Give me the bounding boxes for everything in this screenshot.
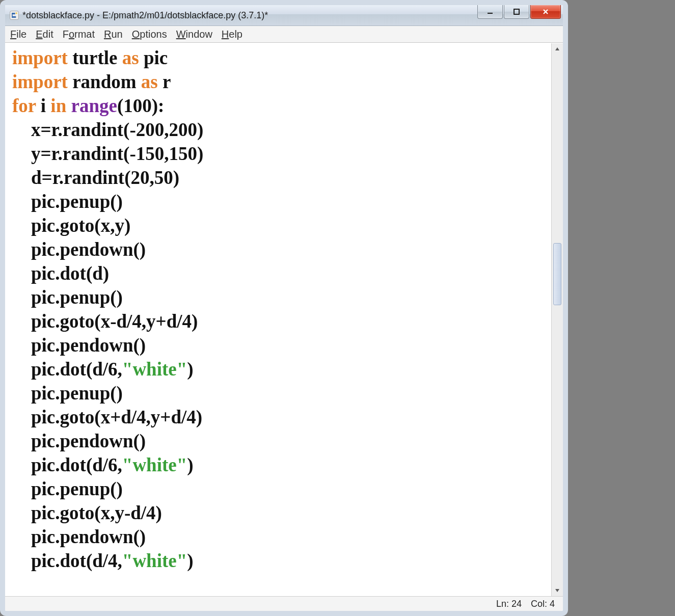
titlebar[interactable]: *dotsblackface.py - E:/pmath2/m01/dotsbl…: [5, 5, 563, 26]
code-line: pic.goto(x,y-d/4): [12, 502, 162, 523]
kw-import: import: [12, 71, 68, 92]
kw-for: for: [12, 95, 36, 116]
code-line: pic.pendown(): [12, 239, 146, 260]
maximize-button[interactable]: [504, 5, 529, 19]
string-literal: "white": [122, 550, 187, 571]
code-content[interactable]: import turtle as pic import random as r …: [12, 46, 551, 573]
code-line: pic.goto(x+d/4,y+d/4): [12, 407, 202, 427]
code-line: pic.dot(d): [12, 263, 109, 284]
menu-file[interactable]: File: [10, 29, 26, 40]
scroll-track[interactable]: [552, 55, 563, 585]
code-line: pic.penup(): [12, 191, 123, 212]
kw-import: import: [12, 47, 68, 68]
svg-marker-6: [555, 47, 559, 50]
builtin-range: range: [71, 95, 117, 116]
code-line: pic.dot(d/6,: [12, 454, 122, 475]
minimize-button[interactable]: [477, 5, 503, 19]
code-line: pic.pendown(): [12, 526, 146, 547]
string-literal: "white": [122, 454, 187, 475]
code-line: x=r.randint(-200,200): [12, 119, 203, 140]
code-line: pic.dot(d/4,: [12, 550, 122, 571]
svg-rect-0: [10, 11, 19, 20]
idle-editor-window: *dotsblackface.py - E:/pmath2/m01/dotsbl…: [0, 0, 568, 616]
scroll-thumb[interactable]: [553, 243, 561, 305]
code-line: pic.goto(x-d/4,y+d/4): [12, 311, 198, 332]
svg-point-1: [16, 12, 17, 14]
code-line: d=r.randint(20,50): [12, 167, 179, 188]
menu-format[interactable]: Format: [63, 29, 95, 40]
statusbar: Ln: 24 Col: 4: [5, 596, 563, 611]
menu-window[interactable]: Window: [176, 29, 212, 40]
python-idle-icon: [9, 10, 19, 20]
window-title: *dotsblackface.py - E:/pmath2/m01/dotsbl…: [22, 10, 268, 21]
status-col: Col: 4: [531, 599, 555, 609]
svg-marker-7: [555, 589, 559, 592]
client-area: import turtle as pic import random as r …: [5, 43, 563, 596]
menu-options[interactable]: Options: [132, 29, 167, 40]
menu-help[interactable]: Help: [222, 29, 242, 40]
code-line: pic.goto(x,y): [12, 215, 130, 236]
code-line: pic.pendown(): [12, 431, 146, 451]
menubar: File Edit Format Run Options Window Help: [5, 26, 563, 43]
code-line: pic.pendown(): [12, 335, 146, 356]
status-line: Ln: 24: [496, 599, 522, 609]
scroll-up-arrow-icon[interactable]: [552, 43, 563, 55]
code-line: y=r.randint(-150,150): [12, 143, 203, 164]
svg-rect-3: [514, 9, 519, 14]
code-line: pic.penup(): [12, 383, 123, 404]
kw-as: as: [122, 47, 139, 68]
kw-in: in: [50, 95, 66, 116]
code-editor[interactable]: import turtle as pic import random as r …: [5, 43, 551, 596]
code-line: pic.penup(): [12, 478, 123, 499]
string-literal: "white": [122, 359, 187, 380]
scroll-down-arrow-icon[interactable]: [552, 585, 563, 596]
menu-edit[interactable]: Edit: [36, 29, 53, 40]
code-line: pic.penup(): [12, 287, 123, 308]
kw-as: as: [141, 71, 158, 92]
vertical-scrollbar[interactable]: [551, 43, 563, 596]
window-control-buttons: [476, 5, 561, 19]
code-line: pic.dot(d/6,: [12, 359, 122, 380]
close-button[interactable]: [530, 5, 561, 19]
menu-run[interactable]: Run: [104, 29, 123, 40]
